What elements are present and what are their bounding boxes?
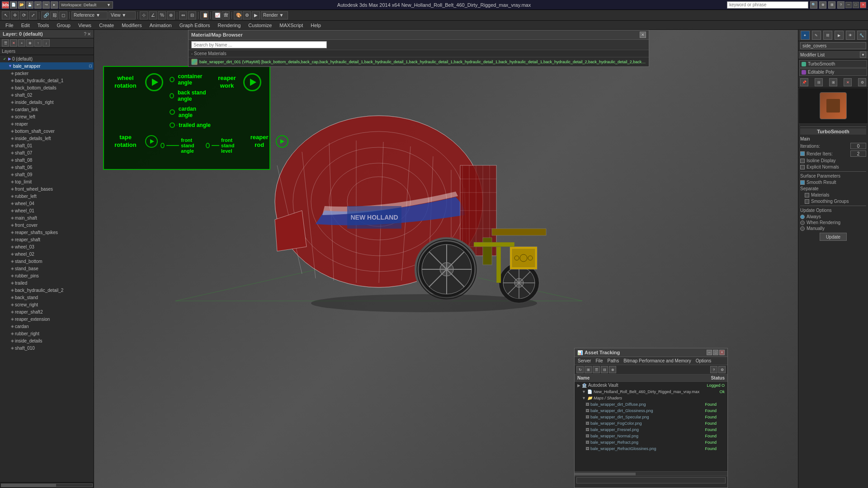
configure-btn[interactable]: ⚙	[858, 78, 866, 86]
layer-item-inside-right[interactable]: ◈ inside_details_right	[0, 99, 94, 106]
layer-item-reaper-shafts[interactable]: ◈ reaper_shafts_spikes	[0, 229, 94, 236]
layer-item-reaper[interactable]: ◈ reaper	[0, 120, 94, 127]
workspace-selector[interactable]: Workspace: Default ▼	[59, 1, 113, 9]
layer-item-back-stand[interactable]: ◈ back_stand	[0, 294, 94, 301]
undo-btn[interactable]: ↩	[34, 1, 42, 9]
viewport[interactable]: [+] [Perspective] [Shaded + Edged Faces]…	[94, 30, 798, 488]
layer-item-trailed[interactable]: ◈ trailed	[0, 279, 94, 286]
layer-item-screw-left[interactable]: ◈ screw_left	[0, 113, 94, 120]
mirror-btn[interactable]: ⇔	[179, 11, 187, 19]
menu-create[interactable]: Create	[95, 22, 118, 29]
menu-customize[interactable]: Customize	[245, 22, 275, 29]
min-btn[interactable]: ─	[845, 2, 852, 8]
cmd-display-btn[interactable]: 👁	[846, 31, 855, 40]
cmd-motion-btn[interactable]: ▶	[835, 31, 844, 40]
layer-item-shaft09[interactable]: ◈ shaft_09	[0, 171, 94, 178]
layer-move-up-btn[interactable]: ↑	[34, 39, 42, 47]
layer-add-selected-btn[interactable]: ⊕	[26, 39, 33, 47]
layer-expand-bale[interactable]: ▼	[8, 64, 12, 68]
at-file-expand[interactable]: ▼	[582, 389, 586, 394]
layer-item-back-bottom[interactable]: ◈ back_bottom_details	[0, 84, 94, 91]
curve-editor-btn[interactable]: 📈	[212, 11, 221, 19]
pin-stack-btn[interactable]: 📌	[800, 78, 808, 86]
layer-item-rubber-left[interactable]: ◈ rubber_left	[0, 192, 94, 200]
front-stand-level-dot[interactable]	[206, 143, 210, 148]
reaper-rod-play-btn[interactable]	[276, 135, 288, 148]
modifier-list-dropdown[interactable]: ▼	[860, 52, 866, 58]
at-settings-btn[interactable]: ⚙	[718, 366, 726, 373]
max-btn[interactable]: □	[853, 2, 859, 8]
toolbar-bind-space-btn[interactable]: ◻	[59, 11, 67, 19]
layer-item-shaft06[interactable]: ◈ shaft_06	[0, 164, 94, 171]
layer-item-stand-bottom[interactable]: ◈ stand_bottom	[0, 258, 94, 265]
wheel-rotation-play-btn[interactable]	[145, 73, 163, 91]
tape-rotation-play-btn[interactable]	[145, 135, 158, 148]
layer-mgr-btn[interactable]: 📋	[200, 11, 208, 19]
front-stand-angle-dot[interactable]	[160, 143, 165, 148]
layer-item-wheel03[interactable]: ◈ wheel_03	[0, 243, 94, 250]
at-help-btn[interactable]: ?	[710, 366, 717, 373]
reference-dropdown[interactable]: Reference ▼	[71, 11, 108, 19]
ts-smoothing-groups-check[interactable]	[805, 199, 809, 204]
ts-render-iters-check[interactable]	[800, 151, 805, 156]
layer-add-btn[interactable]: +	[18, 39, 25, 47]
angle-snap-btn[interactable]: ∠	[149, 11, 157, 19]
at-asset-specular[interactable]: 🖼 bale_wrapper_dirt_Specular.png Found	[575, 414, 727, 420]
schematic-view-btn[interactable]: 🕸	[222, 11, 230, 19]
cardan-angle-dot[interactable]	[170, 109, 175, 115]
view-dropdown[interactable]: View ▼	[108, 11, 136, 19]
snap-btn[interactable]: ⊹	[140, 11, 148, 19]
at-asset-fresnel[interactable]: 🖼 bale_wrapper_Fresnel.png Found	[575, 427, 727, 433]
menu-graph-editors[interactable]: Graph Editors	[176, 22, 214, 29]
layer-close-btn[interactable]: ✕	[87, 32, 91, 37]
menu-maxscript[interactable]: MAXScript	[276, 22, 307, 29]
layer-item-shaft01[interactable]: ◈ shaft_01	[0, 142, 94, 149]
cmd-create-btn[interactable]: ✦	[801, 31, 810, 40]
ts-smooth-result-check[interactable]	[800, 180, 805, 185]
layer-item-bale-wrapper[interactable]: ▼ bale_wrapper □	[0, 62, 94, 70]
cmd-utilities-btn[interactable]: 🔧	[857, 31, 866, 40]
layer-item-rubber-right[interactable]: ◈ rubber_right	[0, 330, 94, 337]
render-btn[interactable]: ▶	[252, 11, 260, 19]
layer-move-down-btn[interactable]: ↓	[42, 39, 50, 47]
layer-item-shaft010[interactable]: ◈ shaft_010	[0, 344, 94, 352]
at-menu-bitmap[interactable]: Bitmap Performance and Memory	[622, 358, 693, 364]
at-maps-expand[interactable]: ▼	[582, 396, 586, 400]
container-angle-dot[interactable]	[170, 77, 175, 82]
layer-delete-btn[interactable]: ✕	[10, 39, 17, 47]
at-close-btn[interactable]: ✕	[719, 350, 725, 355]
layer-item-top-limit[interactable]: ◈ top_limit	[0, 178, 94, 185]
at-hscrollbar[interactable]	[575, 471, 727, 476]
at-maps-group[interactable]: ▼ 📁 Maps / Shaders	[575, 395, 727, 401]
toolbar-move-btn[interactable]: ✛	[11, 11, 19, 19]
mat-browser-close-btn[interactable]: ✕	[640, 32, 646, 38]
at-asset-glossiness[interactable]: 🖼 bale_wrapper_dirt_Glossiness.png Found	[575, 408, 727, 414]
layer-item-front-wheel[interactable]: ◈ front_wheel_bases	[0, 185, 94, 192]
search-filter-btn[interactable]: ⊞	[828, 1, 835, 9]
layer-item-reaper-shaft2[interactable]: ◈ reaper_shaft2	[0, 308, 94, 315]
help-search-btn[interactable]: ?	[837, 1, 844, 9]
layer-item-shaft02[interactable]: ◈ shaft_02	[0, 91, 94, 99]
ts-when-rendering-radio[interactable]	[800, 221, 805, 225]
back-stand-angle-dot[interactable]	[170, 93, 174, 99]
search-input[interactable]	[727, 1, 808, 9]
show-end-btn[interactable]: ⊟	[815, 78, 823, 86]
ts-materials-check[interactable]	[805, 193, 809, 197]
toolbar-unlink-btn[interactable]: ⛓	[50, 11, 58, 19]
at-file-item[interactable]: ▼ 📄 New_Holland_Roll_Belt_460_Dirty_Rigg…	[575, 389, 727, 395]
layer-item-screw-right[interactable]: ◈ screw_right	[0, 301, 94, 308]
trailed-angle-dot[interactable]	[170, 122, 175, 128]
ts-update-btn[interactable]: Update	[820, 233, 847, 241]
at-menu-file[interactable]: File	[594, 358, 604, 364]
material-editor-btn[interactable]: 🎨	[234, 11, 242, 19]
at-asset-fogcolor[interactable]: 🖼 bale_wrapper_FogColor.png Found	[575, 420, 727, 427]
at-maximize-btn[interactable]: □	[713, 350, 718, 355]
modifier-turbosmooth[interactable]: TurboSmooth	[799, 60, 867, 68]
at-menu-paths[interactable]: Paths	[606, 358, 621, 364]
menu-tools[interactable]: Tools	[34, 22, 53, 29]
save-btn[interactable]: 💾	[26, 1, 33, 9]
menu-file[interactable]: File	[2, 22, 17, 29]
app-icon[interactable]: 3ds	[2, 1, 9, 9]
at-vault-item[interactable]: ▶ 🏦 Autodesk Vault Logged O	[575, 382, 727, 389]
at-minimize-btn[interactable]: ─	[707, 350, 712, 355]
